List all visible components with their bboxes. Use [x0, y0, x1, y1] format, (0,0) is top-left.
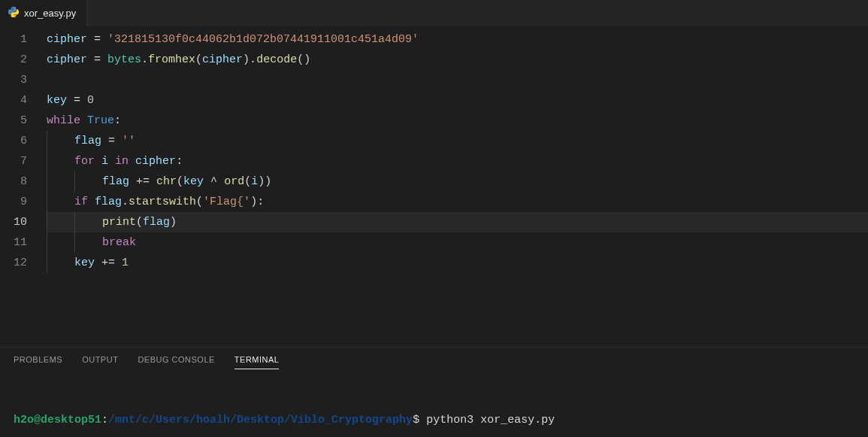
code-editor[interactable]: 1 2 3 4 5 6 7 8 9 10 11 12 cipher = '321…	[0, 26, 868, 273]
panel-tabs: PROBLEMS OUTPUT DEBUG CONSOLE TERMINAL	[0, 347, 868, 369]
bottom-panel: PROBLEMS OUTPUT DEBUG CONSOLE TERMINAL h…	[0, 347, 868, 437]
editor-tab[interactable]: xor_easy.py	[0, 0, 87, 26]
code-line-4[interactable]: key = 0	[47, 90, 868, 111]
tab-bar: xor_easy.py	[0, 0, 868, 26]
code-line-6[interactable]: flag = ''	[47, 131, 868, 151]
code-content[interactable]: cipher = '321815130f0c44062b1d072b074419…	[47, 29, 868, 273]
terminal-line-1: h2o@desktop51:/mnt/c/Users/hoalh/Desktop…	[14, 411, 854, 429]
code-line-1[interactable]: cipher = '321815130f0c44062b1d072b074419…	[47, 29, 868, 50]
code-line-2[interactable]: cipher = bytes.fromhex(cipher).decode()	[47, 50, 868, 70]
code-line-7[interactable]: for i in cipher:	[47, 151, 868, 171]
minimap[interactable]	[860, 26, 868, 275]
code-line-8[interactable]: flag += chr(key ^ ord(i))	[47, 171, 868, 192]
code-line-3[interactable]	[47, 70, 868, 90]
code-line-11[interactable]: break	[47, 232, 868, 253]
tab-output[interactable]: OUTPUT	[82, 355, 118, 369]
tab-terminal[interactable]: TERMINAL	[234, 355, 280, 369]
code-line-10[interactable]: print(flag)	[47, 212, 868, 232]
code-line-12[interactable]: key += 1	[47, 253, 868, 273]
code-line-9[interactable]: if flag.startswith('Flag{'):	[47, 192, 868, 212]
terminal[interactable]: h2o@desktop51:/mnt/c/Users/hoalh/Desktop…	[0, 369, 868, 437]
line-number-gutter: 1 2 3 4 5 6 7 8 9 10 11 12	[0, 29, 47, 273]
python-file-icon	[8, 6, 20, 20]
code-line-5[interactable]: while True:	[47, 111, 868, 131]
tab-file-name: xor_easy.py	[24, 8, 76, 19]
tab-debug-console[interactable]: DEBUG CONSOLE	[138, 355, 214, 369]
tab-problems[interactable]: PROBLEMS	[14, 355, 62, 369]
